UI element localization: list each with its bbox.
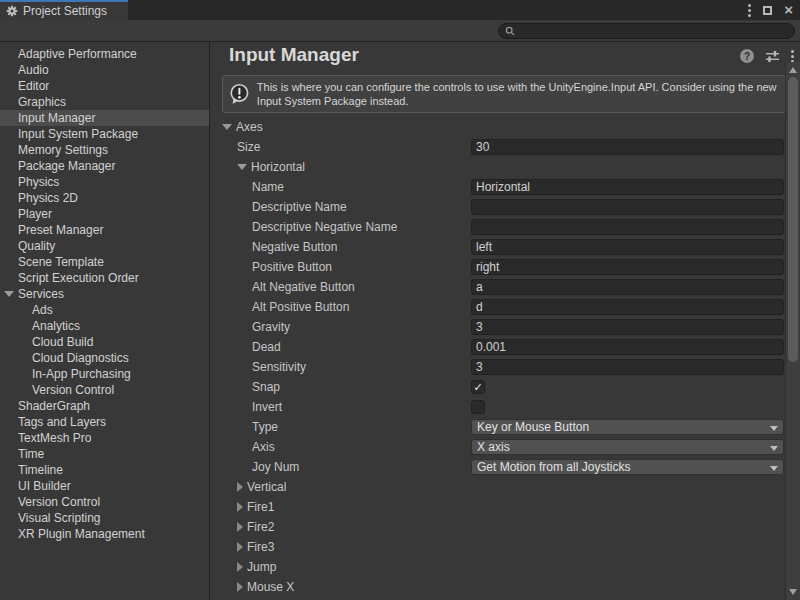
foldout-open-icon[interactable] bbox=[4, 291, 14, 297]
sidebar-item-physics[interactable]: Physics bbox=[0, 174, 209, 190]
sidebar-item-version-control[interactable]: Version Control bbox=[0, 382, 209, 398]
alt-positive-button-field[interactable]: d bbox=[471, 299, 784, 315]
sidebar-item-cloud-build[interactable]: Cloud Build bbox=[0, 334, 209, 350]
positive-button-field[interactable]: right bbox=[471, 259, 784, 275]
sidebar-item-package-manager[interactable]: Package Manager bbox=[0, 158, 209, 174]
sidebar-item-preset-manager[interactable]: Preset Manager bbox=[0, 222, 209, 238]
window-menu-icon[interactable] bbox=[748, 4, 751, 17]
setting-label-negative-button: Negative Button bbox=[252, 240, 337, 254]
sidebar-item-version-control[interactable]: Version Control bbox=[0, 494, 209, 510]
setting-label-sensitivity: Sensitivity bbox=[252, 360, 306, 374]
sidebar-list: Adaptive PerformanceAudioEditorGraphicsI… bbox=[0, 46, 209, 542]
type-dropdown[interactable]: Key or Mouse Button bbox=[471, 419, 784, 435]
foldout-open-icon[interactable] bbox=[222, 124, 232, 130]
close-icon[interactable]: × bbox=[784, 5, 793, 15]
sidebar-item-script-execution-order[interactable]: Script Execution Order bbox=[0, 270, 209, 286]
setting-label-fire3[interactable]: Fire3 bbox=[247, 540, 274, 554]
foldout-closed-icon[interactable] bbox=[237, 482, 243, 492]
sidebar-item-label: Ads bbox=[32, 303, 53, 317]
sidebar-item-ui-builder[interactable]: UI Builder bbox=[0, 478, 209, 494]
invert-checkbox[interactable] bbox=[471, 400, 485, 414]
sidebar-item-label: Cloud Diagnostics bbox=[32, 351, 129, 365]
foldout-closed-icon[interactable] bbox=[237, 562, 243, 572]
search-input[interactable] bbox=[519, 25, 788, 37]
help-icon[interactable]: ? bbox=[740, 49, 754, 63]
setting-label-vertical[interactable]: Vertical bbox=[247, 480, 286, 494]
panel-more-menu-icon[interactable] bbox=[791, 50, 794, 63]
sidebar-item-player[interactable]: Player bbox=[0, 206, 209, 222]
sidebar-item-cloud-diagnostics[interactable]: Cloud Diagnostics bbox=[0, 350, 209, 366]
setting-row-mouse-x: Mouse X bbox=[213, 577, 785, 597]
panel-header: Input Manager ? bbox=[213, 42, 800, 70]
sidebar-item-label: Player bbox=[18, 207, 52, 221]
descriptive-name-field[interactable] bbox=[471, 199, 784, 215]
setting-label-mouse-x[interactable]: Mouse X bbox=[247, 580, 294, 594]
tab-project-settings[interactable]: Project Settings bbox=[0, 0, 128, 20]
sidebar-item-graphics[interactable]: Graphics bbox=[0, 94, 209, 110]
project-settings-window: Project Settings × Adaptive PerformanceA… bbox=[0, 0, 800, 600]
sidebar-item-adaptive-performance[interactable]: Adaptive Performance bbox=[0, 46, 209, 62]
alt-negative-button-field[interactable]: a bbox=[471, 279, 784, 295]
setting-row-negative-button: Negative Buttonleft bbox=[213, 237, 785, 257]
sidebar-item-input-system-package[interactable]: Input System Package bbox=[0, 126, 209, 142]
snap-checkbox[interactable]: ✓ bbox=[471, 380, 485, 394]
sidebar-item-in-app-purchasing[interactable]: In-App Purchasing bbox=[0, 366, 209, 382]
sidebar-item-label: Visual Scripting bbox=[18, 511, 101, 525]
scroll-up-icon[interactable] bbox=[789, 67, 797, 73]
sidebar-item-ads[interactable]: Ads bbox=[0, 302, 209, 318]
sidebar-item-textmesh-pro[interactable]: TextMesh Pro bbox=[0, 430, 209, 446]
sidebar-item-quality[interactable]: Quality bbox=[0, 238, 209, 254]
dead-field[interactable]: 0.001 bbox=[471, 339, 784, 355]
sidebar-item-input-manager[interactable]: Input Manager bbox=[0, 110, 209, 126]
sidebar-item-xr-plugin-management[interactable]: XR Plugin Management bbox=[0, 526, 209, 542]
foldout-closed-icon[interactable] bbox=[237, 542, 243, 552]
setting-label-horizontal[interactable]: Horizontal bbox=[251, 160, 305, 174]
sidebar-item-visual-scripting[interactable]: Visual Scripting bbox=[0, 510, 209, 526]
maximize-icon[interactable] bbox=[763, 6, 772, 15]
sidebar-item-analytics[interactable]: Analytics bbox=[0, 318, 209, 334]
setting-label-jump[interactable]: Jump bbox=[247, 560, 276, 574]
sidebar-item-physics-2d[interactable]: Physics 2D bbox=[0, 190, 209, 206]
setting-label-fire1[interactable]: Fire1 bbox=[247, 500, 274, 514]
sensitivity-field[interactable]: 3 bbox=[471, 359, 784, 375]
sidebar-item-time[interactable]: Time bbox=[0, 446, 209, 462]
name-field[interactable]: Horizontal bbox=[471, 179, 784, 195]
sidebar-item-editor[interactable]: Editor bbox=[0, 78, 209, 94]
descriptive-negative-name-field[interactable] bbox=[471, 219, 784, 235]
foldout-closed-icon[interactable] bbox=[237, 522, 243, 532]
sidebar-item-tags-and-layers[interactable]: Tags and Layers bbox=[0, 414, 209, 430]
sidebar-item-memory-settings[interactable]: Memory Settings bbox=[0, 142, 209, 158]
scroll-down-icon[interactable] bbox=[789, 589, 797, 595]
scrollbar-thumb[interactable] bbox=[788, 77, 798, 362]
setting-label-axes[interactable]: Axes bbox=[236, 120, 263, 134]
sidebar-item-label: Physics bbox=[18, 175, 59, 189]
presets-icon[interactable] bbox=[765, 50, 780, 63]
size-field[interactable]: 30 bbox=[471, 139, 784, 155]
sidebar-item-label: Quality bbox=[18, 239, 55, 253]
sidebar-item-shadergraph[interactable]: ShaderGraph bbox=[0, 398, 209, 414]
chevron-down-icon bbox=[770, 446, 778, 451]
sidebar-item-timeline[interactable]: Timeline bbox=[0, 462, 209, 478]
setting-row-size: Size30 bbox=[213, 137, 785, 157]
negative-button-field[interactable]: left bbox=[471, 239, 784, 255]
vertical-scrollbar[interactable] bbox=[785, 62, 800, 600]
setting-label-fire2[interactable]: Fire2 bbox=[247, 520, 274, 534]
setting-row-axis: AxisX axis bbox=[213, 437, 785, 457]
setting-label-positive-button: Positive Button bbox=[252, 260, 332, 274]
sidebar-item-scene-template[interactable]: Scene Template bbox=[0, 254, 209, 270]
gravity-field[interactable]: 3 bbox=[471, 319, 784, 335]
setting-row-snap: Snap✓ bbox=[213, 377, 785, 397]
tab-bar: Project Settings × bbox=[0, 0, 800, 20]
sidebar-item-services[interactable]: Services bbox=[0, 286, 209, 302]
joy-num-dropdown[interactable]: Get Motion from all Joysticks bbox=[471, 459, 784, 475]
sidebar-item-audio[interactable]: Audio bbox=[0, 62, 209, 78]
sidebar-item-label: ShaderGraph bbox=[18, 399, 90, 413]
foldout-closed-icon[interactable] bbox=[237, 582, 243, 592]
gear-icon bbox=[6, 5, 18, 17]
search-box[interactable] bbox=[498, 23, 795, 39]
axis-dropdown[interactable]: X axis bbox=[471, 439, 784, 455]
foldout-closed-icon[interactable] bbox=[237, 502, 243, 512]
sidebar-item-label: Audio bbox=[18, 63, 49, 77]
setting-row-descriptive-name: Descriptive Name bbox=[213, 197, 785, 217]
foldout-open-icon[interactable] bbox=[237, 164, 247, 170]
